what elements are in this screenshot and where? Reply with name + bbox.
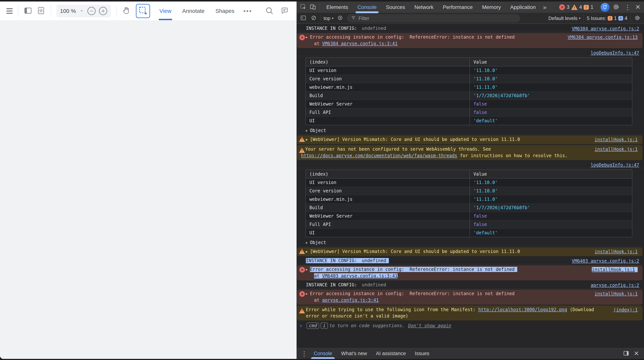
zoom-level-value[interactable]: 100 %	[60, 8, 76, 14]
gear-icon	[634, 15, 640, 22]
drawer-tab-issues[interactable]: Issues	[410, 348, 434, 359]
console-log-row: INSTANCE IN CONFIG:undefined VM6384 apry…	[296, 25, 644, 32]
context-selector[interactable]: top ▾	[324, 16, 334, 21]
table-header-index[interactable]: (index)	[306, 170, 470, 178]
ribbon-tab-annotate[interactable]: Annotate	[182, 2, 205, 20]
tab-console[interactable]: Console	[353, 2, 381, 13]
comments-icon	[280, 6, 289, 16]
document-canvas[interactable]	[0, 21, 296, 359]
source-link[interactable]: apryse.config.js:2	[591, 282, 639, 289]
log-levels-selector[interactable]: Default levels ▾	[548, 16, 581, 21]
source-link[interactable]: VM6384 apryse.config.js:2	[572, 25, 639, 32]
dont-show-again-link[interactable]: Don't show again	[408, 322, 451, 329]
view-controls-button[interactable]	[36, 6, 46, 16]
expand-triangle-icon[interactable]: ▶	[306, 291, 308, 297]
expand-triangle-icon[interactable]: ▶	[306, 127, 308, 134]
stack-frame-link[interactable]: VM6384 apryse.config.js:3:41	[322, 41, 398, 46]
stack-frame-link[interactable]: VM6403 apryse.config.js:3:41	[322, 273, 398, 278]
left-panel-toggle-button[interactable]	[24, 6, 32, 16]
drawer-tab-console[interactable]: Console	[309, 348, 337, 359]
log-value: undefined	[362, 258, 386, 263]
manifest-logo-link[interactable]: http://localhost:3000/logo192.png	[478, 307, 567, 312]
device-toolbar-button[interactable]	[308, 2, 318, 13]
inspect-element-button[interactable]	[298, 2, 308, 13]
devtools-drawer: ⋮ Console What's new AI assistance Issue…	[296, 348, 644, 359]
main-menu-button[interactable]	[6, 8, 13, 14]
zoom-out-button[interactable]: −	[88, 7, 96, 15]
table-header-value[interactable]: Value	[470, 170, 632, 178]
expand-triangle-icon[interactable]: ▶	[306, 239, 308, 246]
source-link[interactable]: installHook.js:1	[594, 248, 638, 255]
console-table: (index) Value UI version'11.10.0' Core v…	[306, 170, 632, 237]
ribbon-tab-view[interactable]: View	[159, 2, 171, 20]
webviewer-pane: 100 % − +	[0, 2, 296, 359]
ai-assistant-button[interactable]	[600, 3, 610, 12]
more-ribbons-button[interactable]: •••	[243, 8, 252, 15]
source-link[interactable]: installHook.js:1	[594, 146, 638, 152]
console-filter	[347, 14, 520, 22]
drawer-tab-whats-new[interactable]: What's new	[337, 348, 372, 359]
devtools-menu-button[interactable]: ⋮	[622, 4, 633, 11]
stack-at: at	[314, 273, 322, 278]
tab-network[interactable]: Network	[410, 2, 438, 13]
tab-elements[interactable]: Elements	[322, 2, 353, 13]
expand-triangle-icon[interactable]: ▶	[306, 248, 308, 255]
live-expression-icon	[337, 15, 343, 22]
chevron-down-icon[interactable]	[79, 8, 84, 14]
hamburger-icon	[6, 8, 13, 9]
expand-triangle-icon[interactable]: ▶	[306, 136, 308, 143]
console-error-row: × ▶Error accessing instance in config: R…	[297, 265, 642, 280]
warning-badge-icon[interactable]: !	[571, 4, 578, 10]
console-sidebar-button[interactable]	[300, 14, 307, 22]
console-filter-input[interactable]	[358, 16, 516, 21]
drawer-tab-ai-assistance[interactable]: AI assistance	[372, 348, 410, 359]
tab-sources[interactable]: Sources	[381, 2, 410, 13]
console-log-row: INSTANCE IN CONFIG:undefined VM6403 apry…	[296, 257, 644, 264]
marquee-select-tool-button[interactable]	[136, 4, 150, 18]
table-header-value[interactable]: Value	[470, 58, 632, 66]
source-link[interactable]: logDebugInfo.js:47	[591, 162, 639, 168]
drawer-menu-button[interactable]: ⋮	[299, 350, 309, 358]
issues-counter[interactable]: 5 Issues: ! 1 ≡ 4	[587, 16, 628, 21]
console-prompt[interactable]: › cmd i to turn on code suggestions. Don…	[296, 322, 644, 330]
pan-tool-button[interactable]	[122, 6, 131, 16]
toolbar-divider	[116, 6, 116, 16]
console-settings-button[interactable]	[634, 14, 641, 22]
clear-console-button[interactable]	[310, 14, 318, 22]
tab-memory[interactable]: Memory	[477, 2, 506, 13]
error-badge-icon[interactable]: ×	[559, 4, 565, 10]
devtools-close-button[interactable]: ×	[634, 3, 643, 12]
devtools-panel: Elements Console Sources Network Perform…	[296, 2, 644, 359]
search-button[interactable]	[265, 6, 274, 16]
table-header-index[interactable]: (index)	[306, 58, 470, 66]
tab-application[interactable]: Application	[506, 2, 540, 13]
drawer-close-button[interactable]: ×	[633, 349, 642, 358]
comments-panel-button[interactable]	[280, 6, 289, 16]
warning-count: 4	[579, 4, 582, 10]
zoom-in-button[interactable]: +	[99, 7, 107, 15]
status-badges: × 3 ! 4 ! 1	[559, 2, 644, 13]
more-tabs-button[interactable]: »	[540, 2, 549, 13]
live-expression-button[interactable]	[336, 14, 344, 22]
issues-badge-icon[interactable]: !	[584, 5, 589, 10]
search-icon	[265, 6, 274, 16]
devtools-settings-button[interactable]	[611, 4, 621, 11]
drawer-expand-button[interactable]	[621, 350, 631, 358]
stack-frame-link[interactable]: apryse.config.js:3:41	[322, 298, 378, 303]
source-link[interactable]: VM6403 apryse.config.js:2	[572, 258, 639, 264]
zoom-controls: 100 % − +	[56, 5, 111, 17]
docs-link[interactable]: https://docs.apryse.com/documentation/we…	[301, 153, 457, 158]
ribbon-tab-shapes[interactable]: Shapes	[216, 2, 234, 20]
source-link[interactable]: installHook.js:1	[592, 267, 635, 272]
tab-performance[interactable]: Performance	[438, 2, 477, 13]
expand-triangle-icon[interactable]: ▶	[306, 266, 308, 273]
console-table: (index) Value UI version'11.10.0' Core v…	[306, 58, 632, 125]
source-link[interactable]: (index):1	[614, 307, 638, 313]
error-text: Error accessing instance in config: Refe…	[310, 34, 515, 40]
source-link[interactable]: installHook.js:1	[594, 291, 638, 297]
expand-triangle-icon[interactable]: ▶	[306, 34, 308, 40]
source-link[interactable]: VM6384 apryse.config.js:13	[568, 34, 638, 40]
source-link[interactable]: logDebugInfo.js:47	[591, 50, 639, 56]
source-link[interactable]: installHook.js:1	[594, 136, 638, 143]
error-text: Error accessing instance in config: Refe…	[310, 291, 515, 296]
